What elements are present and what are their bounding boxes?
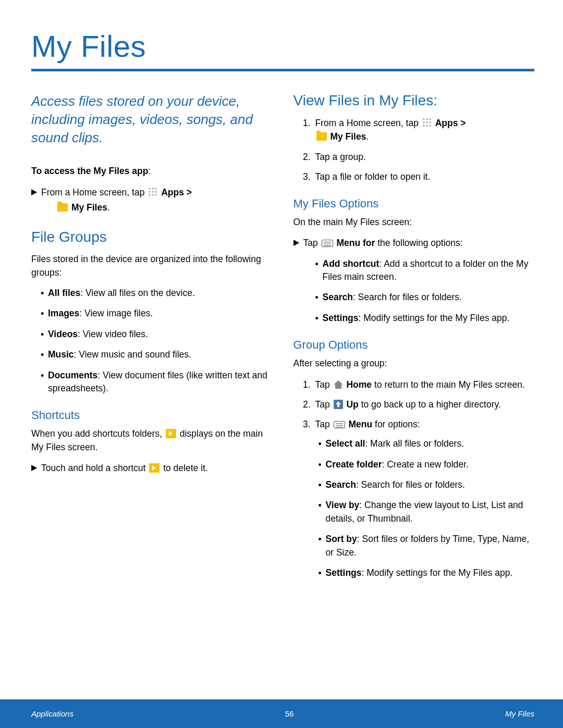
svg-point-16 (426, 125, 427, 126)
shortcut-folder-icon (149, 463, 160, 473)
svg-point-7 (152, 194, 154, 195)
shortcuts-delete-step: Touch and hold a shortcut to delete it. (31, 461, 273, 475)
apps-grid-icon (422, 118, 432, 127)
footer-left: Applications (31, 709, 74, 718)
list-item: Documents: View document files (like wri… (41, 369, 273, 396)
page-title: My Files (31, 29, 534, 64)
shortcuts-heading: Shortcuts (31, 409, 273, 422)
svg-point-2 (155, 188, 157, 189)
footer-right: My Files (505, 709, 534, 718)
step-item: Tap Menu for options: Select all: Mark a… (313, 417, 535, 579)
go-intro: After selecting a group: (293, 357, 535, 370)
folder-icon (316, 132, 327, 141)
view-steps: From a Home screen, tap Apps > My Files.… (293, 116, 535, 183)
list-item: Settings: Modify settings for the My Fil… (315, 312, 535, 325)
arrow-icon (31, 189, 37, 195)
menu-icon (322, 240, 333, 247)
home-icon (334, 380, 343, 389)
list-item: Videos: View video files. (41, 328, 273, 341)
title-rule (31, 69, 534, 71)
go-options-list: Select all: Mark all files or folders. C… (315, 437, 535, 579)
step-item: From a Home screen, tap Apps > My Files. (313, 116, 535, 144)
list-item: Select all: Mark all files or folders. (319, 437, 535, 450)
shortcuts-para: When you add shortcuts folders, displays… (31, 427, 273, 454)
svg-point-6 (149, 194, 151, 195)
page-footer: Applications 56 My Files (0, 699, 563, 728)
list-item: Music: View music and sound files. (41, 348, 273, 361)
list-item: All files: View all files on the device. (41, 287, 273, 300)
svg-point-15 (423, 125, 424, 126)
svg-point-13 (426, 121, 427, 123)
folder-icon (57, 203, 68, 212)
access-step: From a Home screen, tap Apps > (31, 186, 273, 199)
svg-point-9 (423, 118, 424, 120)
svg-point-1 (152, 188, 154, 189)
intro-text: Access files stored on your device, incl… (31, 92, 273, 147)
svg-point-12 (423, 121, 424, 123)
view-files-heading: View Files in My Files: (293, 92, 535, 109)
mfo-tap-menu: Tap Menu for the following options: (293, 236, 535, 250)
list-item: Images: View image files. (41, 307, 273, 320)
shortcut-folder-icon (166, 429, 176, 438)
mfo-list: Add shortcut: Add a shortcut to a folder… (293, 257, 535, 325)
list-item: View by: Change the view layout to List,… (319, 499, 535, 525)
file-groups-heading: File Groups (31, 229, 273, 245)
svg-point-5 (155, 191, 157, 192)
list-item: Settings: Modify settings for the My Fil… (319, 566, 535, 579)
svg-point-4 (152, 191, 154, 192)
arrow-icon (31, 465, 37, 471)
access-step-line2: My Files. (31, 201, 273, 214)
svg-point-0 (149, 188, 151, 189)
right-column: View Files in My Files: From a Home scre… (293, 92, 535, 587)
svg-point-8 (155, 194, 157, 195)
mfo-intro: On the main My Files screen: (293, 216, 535, 229)
file-groups-list: All files: View all files on the device.… (31, 287, 273, 395)
svg-point-11 (429, 118, 431, 120)
svg-point-10 (426, 118, 427, 120)
step-item: Tap a group. (313, 150, 535, 164)
list-item: Search: Search for files or folders. (319, 478, 535, 491)
group-options-heading: Group Options (293, 338, 535, 352)
step-item: Tap a file or folder to open it. (313, 170, 535, 183)
apps-grid-icon (148, 187, 157, 196)
svg-point-3 (149, 191, 151, 192)
step-item: Tap Home to return to the main My Files … (313, 378, 535, 391)
file-groups-intro: Files stored in the device are organized… (31, 253, 273, 279)
list-item: Add shortcut: Add a shortcut to a folder… (315, 257, 535, 284)
go-steps: Tap Home to return to the main My Files … (293, 378, 535, 580)
menu-icon (334, 421, 345, 428)
list-item: Search: Search for files or folders. (315, 291, 535, 304)
left-column: Access files stored on your device, incl… (31, 92, 273, 587)
up-arrow-icon (334, 400, 343, 409)
access-heading: To access the My Files app: (31, 165, 273, 178)
list-item: Sort by: Sort files or folders by Time, … (319, 533, 535, 559)
list-item: Create folder: Create a new folder. (319, 458, 535, 471)
arrow-icon (293, 240, 299, 246)
svg-point-17 (429, 125, 431, 126)
step-item: Tap Up to go back up to a higher directo… (313, 398, 535, 411)
svg-point-14 (429, 121, 431, 123)
myfiles-options-heading: My Files Options (293, 197, 535, 211)
footer-page-number: 56 (285, 709, 294, 718)
